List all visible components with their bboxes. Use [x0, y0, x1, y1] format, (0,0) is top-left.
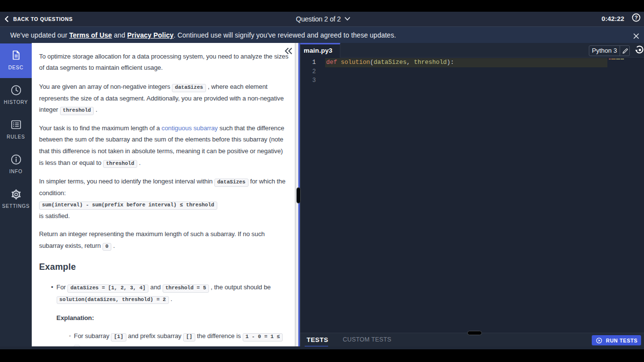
- svg-text:?: ?: [635, 15, 638, 20]
